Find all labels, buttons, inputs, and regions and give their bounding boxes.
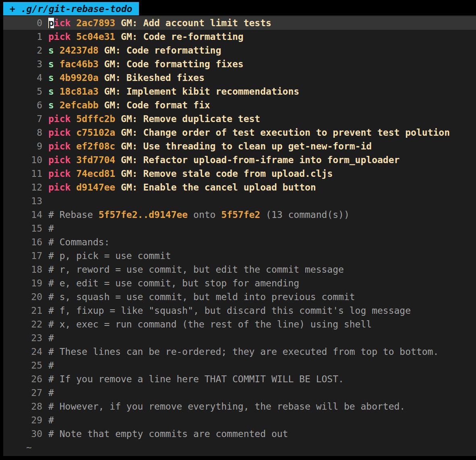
code-line[interactable]: 14# Rebase 5f57fe2..d9147ee onto 5f57fe2… xyxy=(3,208,476,222)
code-line[interactable]: 23# xyxy=(3,331,476,345)
code-line[interactable]: 13 xyxy=(3,194,476,208)
token-comment: # If you remove a line here THAT COMMIT … xyxy=(48,374,344,384)
line-number: 30 xyxy=(3,427,42,441)
code-text: pick 2ac7893 GM: Add account limit tests xyxy=(42,16,271,30)
code-line[interactable]: 6s 2efcabb GM: Code format fix xyxy=(3,98,476,112)
editor-buffer[interactable]: 0pick 2ac7893 GM: Add account limit test… xyxy=(3,15,476,456)
token-comment: # x, exec = run command (the rest of the… xyxy=(48,319,372,329)
code-line[interactable]: 3s fac46b3 GM: Code formatting fixes xyxy=(3,57,476,71)
code-text: # xyxy=(42,413,54,427)
line-number: 8 xyxy=(3,126,42,139)
token-commit-hash: 24237d8 xyxy=(60,45,104,56)
code-line[interactable]: 10pick 3fd7704 GM: Refactor upload-from-… xyxy=(3,153,476,167)
code-line[interactable]: 30# Note that empty commits are commente… xyxy=(3,427,476,441)
token-comment: # e, edit = use commit, but stop for ame… xyxy=(48,278,299,288)
code-line[interactable]: 26# If you remove a line here THAT COMMI… xyxy=(3,372,476,386)
code-text: # s, squash = use commit, but meld into … xyxy=(42,290,355,304)
code-line[interactable]: 11pick 74ecd81 GM: Remove stale code fro… xyxy=(3,167,476,180)
token-comment: # Note that empty commits are commented … xyxy=(48,429,288,439)
code-line[interactable]: 8pick c75102a GM: Change order of test e… xyxy=(3,126,476,139)
code-line[interactable]: 29# xyxy=(3,413,476,427)
code-line-current[interactable]: 0pick 2ac7893 GM: Add account limit test… xyxy=(3,16,476,30)
empty-buffer-tilde: ~ xyxy=(26,441,32,454)
token-commit-hash: 5dffc2b xyxy=(76,114,121,124)
line-number: 27 xyxy=(3,386,42,400)
code-line[interactable]: 5s 18c81a3 GM: Implement kibit recommend… xyxy=(3,85,476,98)
code-text: # f, fixup = like "squash", but discard … xyxy=(42,304,411,317)
code-line[interactable]: 24# These lines can be re-ordered; they … xyxy=(3,345,476,358)
code-line[interactable]: 2s 24237d8 GM: Code reformatting xyxy=(3,44,476,57)
token-commit-hash: c75102a xyxy=(76,127,121,138)
code-text: # However, if you remove everything, the… xyxy=(42,400,405,413)
token-comment: # Commands: xyxy=(48,237,110,247)
token-commit-message: GM: Use threading to clean up get-new-fo… xyxy=(121,141,372,151)
line-number: 29 xyxy=(3,413,42,427)
code-line[interactable]: 25# xyxy=(3,358,476,372)
token-commit-hash: fac46b3 xyxy=(60,59,104,69)
line-number: 13 xyxy=(3,194,42,208)
code-text xyxy=(42,194,48,208)
token-commit-message: GM: Remove duplicate test xyxy=(121,114,260,124)
code-line[interactable]: 27# xyxy=(3,386,476,400)
code-text: pick 5dffc2b GM: Remove duplicate test xyxy=(42,112,260,126)
token-comment: # xyxy=(48,360,54,371)
code-text: pick 74ecd81 GM: Remove stale code from … xyxy=(42,167,333,180)
line-number: 19 xyxy=(3,276,42,290)
code-text: # e, edit = use commit, but stop for ame… xyxy=(42,276,299,290)
code-line[interactable]: 1pick 5c04e31 GM: Code re-formatting xyxy=(3,30,476,44)
code-line[interactable]: 16# Commands: xyxy=(3,235,476,249)
token-squash-command: s xyxy=(48,59,60,69)
token-commit-hash: 5f57fe2..d9147ee xyxy=(99,209,188,220)
line-number: 3 xyxy=(3,57,42,71)
line-number: 22 xyxy=(3,317,42,331)
code-line[interactable]: 20# s, squash = use commit, but meld int… xyxy=(3,290,476,304)
token-comment: # s, squash = use commit, but meld into … xyxy=(48,292,355,302)
code-text: # x, exec = run command (the rest of the… xyxy=(42,317,372,331)
token-commit-hash: 2efcabb xyxy=(60,100,104,110)
tab-bar: + .g/r/git-rebase-todo xyxy=(0,0,476,15)
line-number: 23 xyxy=(3,331,42,345)
code-text: # r, reword = use commit, but edit the c… xyxy=(42,263,344,276)
token-commit-hash: ef2f08c xyxy=(76,141,121,151)
code-line[interactable]: 18# r, reword = use commit, but edit the… xyxy=(3,263,476,276)
code-text: s 2efcabb GM: Code format fix xyxy=(42,98,210,112)
token-comment: # xyxy=(48,333,54,343)
line-number: 12 xyxy=(3,180,42,194)
code-line[interactable]: 28# However, if you remove everything, t… xyxy=(3,400,476,413)
code-line[interactable]: 12pick d9147ee GM: Enable the cancel upl… xyxy=(3,180,476,194)
code-line[interactable]: 15# xyxy=(3,222,476,235)
token-commit-hash: 5c04e31 xyxy=(76,31,121,42)
code-line[interactable]: 9pick ef2f08c GM: Use threading to clean… xyxy=(3,139,476,153)
line-number: 11 xyxy=(3,167,42,180)
token-comment: onto xyxy=(188,209,221,220)
code-line[interactable]: 21# f, fixup = like "squash", but discar… xyxy=(3,304,476,317)
token-squash-command: s xyxy=(48,73,60,83)
code-text: pick 3fd7704 GM: Refactor upload-from-if… xyxy=(42,153,399,167)
code-text: # Note that empty commits are commented … xyxy=(42,427,288,441)
line-number: 5 xyxy=(3,85,42,98)
code-line[interactable]: 17# p, pick = use commit xyxy=(3,249,476,263)
tab-git-rebase-todo[interactable]: + .g/r/git-rebase-todo xyxy=(3,2,139,15)
code-text: # Commands: xyxy=(42,235,110,249)
line-number: 10 xyxy=(3,153,42,167)
tilde-line: ~ xyxy=(3,441,476,454)
code-text: # These lines can be re-ordered; they ar… xyxy=(42,345,439,358)
code-line[interactable]: 7pick 5dffc2b GM: Remove duplicate test xyxy=(3,112,476,126)
code-text: # xyxy=(42,222,54,235)
code-text: pick d9147ee GM: Enable the cancel uploa… xyxy=(42,180,316,194)
code-line[interactable]: 22# x, exec = run command (the rest of t… xyxy=(3,317,476,331)
line-number: 9 xyxy=(3,139,42,153)
token-pick-command: ick xyxy=(54,18,76,28)
line-number: 0 xyxy=(3,16,42,30)
token-pick-command: pick xyxy=(48,114,76,124)
token-commit-message: GM: Add account limit tests xyxy=(121,18,271,28)
line-number: 28 xyxy=(3,400,42,413)
code-line[interactable]: 4s 4b9920a GM: Bikeshed fixes xyxy=(3,71,476,85)
token-comment: # xyxy=(48,223,54,234)
code-text: # p, pick = use commit xyxy=(42,249,171,263)
line-number: 14 xyxy=(3,208,42,222)
code-text: # xyxy=(42,358,54,372)
code-line[interactable]: 19# e, edit = use commit, but stop for a… xyxy=(3,276,476,290)
line-number: 26 xyxy=(3,372,42,386)
line-number: 17 xyxy=(3,249,42,263)
